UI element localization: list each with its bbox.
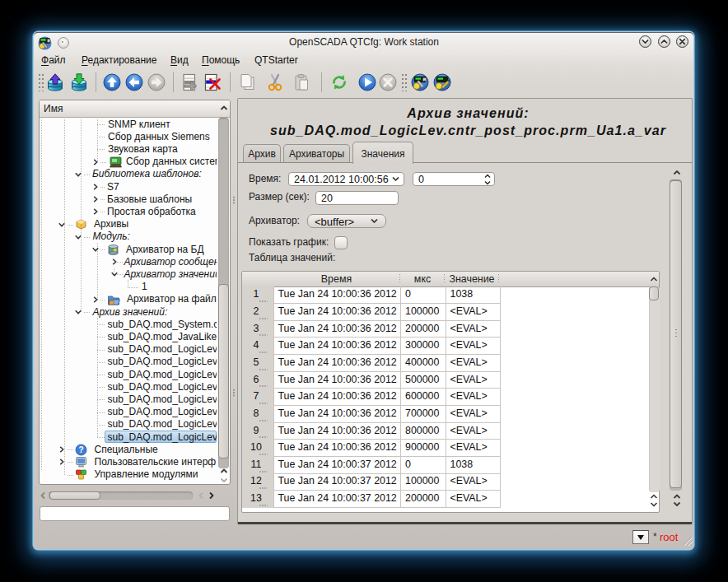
svg-text:?: ? xyxy=(78,445,83,454)
